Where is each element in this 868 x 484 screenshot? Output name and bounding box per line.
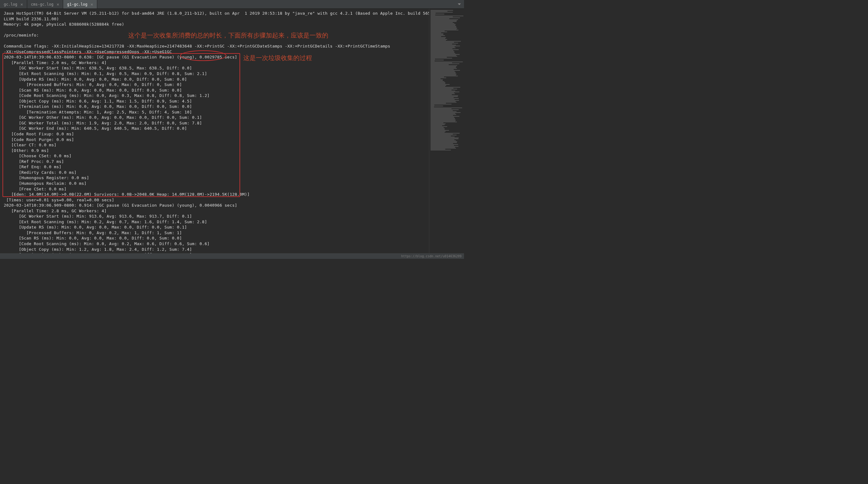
minimap-line: [431, 95, 458, 96]
minimap-line: [431, 62, 463, 62]
tab-cms-gc-log[interactable]: cms-gc.log ×: [27, 0, 63, 8]
minimap-line: [431, 86, 445, 87]
content-area: Java HotSpot(TM) 64-Bit Server VM (25.21…: [0, 9, 464, 253]
tab-gc-log[interactable]: gc.log ×: [0, 0, 27, 8]
minimap-line: [431, 141, 456, 141]
minimap-line: [431, 118, 455, 119]
minimap-line: [431, 125, 442, 126]
minimap-line: [431, 50, 459, 50]
log-pane[interactable]: Java HotSpot(TM) 64-Bit Server VM (25.21…: [0, 9, 429, 253]
minimap-line: [431, 39, 447, 40]
minimap-line: [431, 41, 461, 41]
minimap-line: [431, 148, 456, 149]
minimap-line: [431, 113, 455, 114]
minimap-line: [431, 83, 445, 84]
minimap-line: [431, 110, 453, 111]
minimap-line: [431, 108, 462, 108]
minimap-line: [431, 77, 444, 77]
minimap-line: [431, 47, 455, 47]
minimap-line: [431, 100, 459, 101]
minimap-line: [431, 90, 452, 90]
minimap-line: [431, 107, 434, 107]
minimap-line: [431, 22, 453, 23]
minimap-line: [431, 40, 446, 41]
minimap-line: [431, 32, 441, 33]
minimap-line: [431, 140, 454, 140]
minimap-line: [431, 11, 447, 11]
minimap-line: [431, 65, 457, 66]
minimap-line: [431, 51, 454, 52]
minimap-line: [431, 73, 456, 73]
minimap-line: [431, 134, 453, 134]
minimap-line: [431, 85, 446, 86]
minimap-line: [431, 105, 434, 105]
minimap-line: [431, 133, 460, 133]
minimap-line: [431, 87, 460, 88]
minimap-line: [431, 138, 459, 138]
minimap-line: [431, 130, 449, 131]
minimap-line: [431, 150, 451, 150]
minimap-line: [431, 46, 460, 46]
minimap-line: [431, 28, 457, 28]
minimap-line: [431, 117, 454, 118]
minimap-line: [431, 74, 457, 74]
minimap-line: [431, 33, 443, 34]
minimap-line: [431, 143, 453, 144]
chevron-down-icon[interactable]: [458, 3, 461, 5]
minimap-line: [431, 14, 444, 14]
minimap-line: [431, 115, 453, 116]
minimap-line: [431, 72, 456, 72]
minimap-line: [431, 96, 458, 97]
minimap-line: [431, 142, 457, 143]
minimap-line: [431, 19, 449, 19]
minimap-line: [431, 82, 445, 83]
minimap-line: [431, 44, 452, 44]
minimap-line: [431, 88, 454, 89]
close-icon[interactable]: ×: [91, 2, 93, 6]
minimap-line: [431, 127, 444, 128]
minimap-line: [431, 54, 460, 55]
minimap[interactable]: [429, 9, 464, 253]
minimap-line: [431, 101, 456, 101]
minimap-line: [431, 135, 457, 135]
minimap-line: [431, 119, 455, 119]
minimap-line: [431, 27, 456, 28]
minimap-line: [431, 84, 450, 85]
minimap-line: [431, 52, 454, 53]
minimap-line: [431, 23, 454, 24]
minimap-line: [431, 145, 454, 146]
minimap-line: [431, 121, 455, 121]
minimap-line: [431, 81, 444, 82]
minimap-line: [431, 63, 452, 63]
tab-g1-gc-log[interactable]: g1-gc.log ×: [63, 0, 97, 8]
minimap-line: [431, 66, 456, 67]
close-icon[interactable]: ×: [57, 2, 59, 6]
minimap-line: [431, 98, 459, 99]
tab-label: gc.log: [4, 2, 17, 6]
minimap-line: [431, 149, 445, 149]
minimap-line: [431, 102, 457, 102]
close-icon[interactable]: ×: [20, 2, 23, 6]
minimap-line: [431, 10, 453, 11]
minimap-line: [431, 12, 453, 12]
minimap-line: [431, 75, 458, 76]
minimap-line: [431, 15, 435, 15]
minimap-line: [431, 131, 445, 132]
minimap-line: [431, 48, 456, 48]
minimap-line: [431, 104, 452, 104]
minimap-line: [431, 60, 444, 60]
minimap-line: [431, 61, 435, 61]
minimap-line: [431, 17, 453, 17]
minimap-line: [431, 35, 445, 36]
status-bar: https://blog.csdn.net/u014636209: [0, 253, 464, 259]
minimap-line: [431, 97, 454, 98]
minimap-line: [431, 99, 455, 100]
tab-label: cms-gc.log: [31, 2, 54, 6]
minimap-line: [431, 146, 458, 147]
minimap-line: [431, 93, 455, 94]
minimap-line: [431, 70, 460, 71]
minimap-line: [431, 123, 443, 123]
minimap-line: [431, 110, 459, 110]
minimap-line: [431, 147, 455, 148]
minimap-line: [431, 21, 457, 22]
